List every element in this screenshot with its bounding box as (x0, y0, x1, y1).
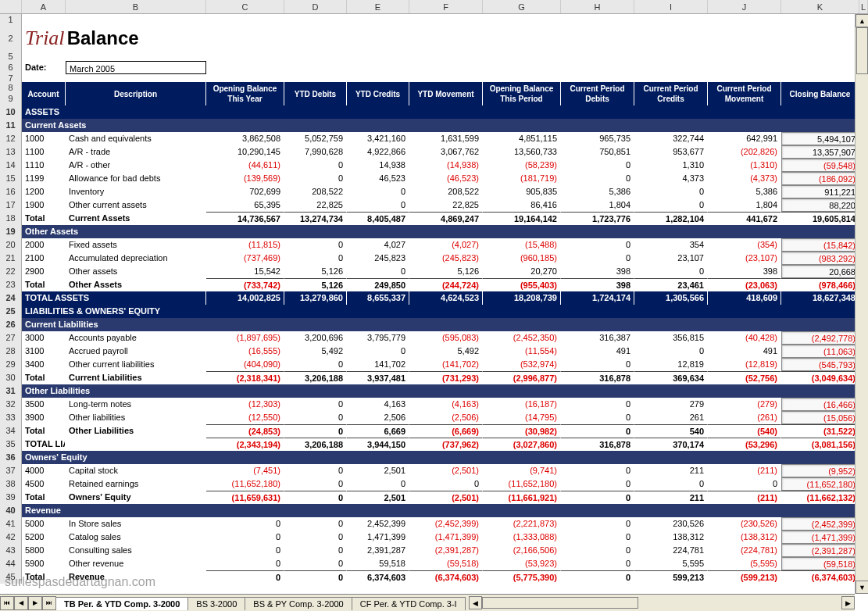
row-header[interactable]: 5 (0, 52, 22, 61)
data-cell[interactable]: 0 (284, 358, 347, 371)
data-cell[interactable]: (279) (708, 398, 781, 411)
data-cell[interactable]: (9,741) (483, 464, 561, 477)
data-cell[interactable]: 356,815 (634, 331, 708, 345)
data-cell[interactable]: 0 (284, 517, 347, 531)
data-cell[interactable]: (14,938) (409, 159, 483, 172)
data-cell[interactable]: (1,310) (708, 159, 781, 172)
account-description[interactable]: Other Assets (66, 278, 206, 291)
data-cell[interactable]: 0 (561, 477, 634, 491)
data-cell[interactable]: 6,374,603 (347, 570, 409, 584)
data-cell[interactable]: 0 (561, 172, 634, 185)
data-cell[interactable]: (11,063) (781, 345, 859, 358)
data-cell[interactable]: (5,775,390) (483, 570, 561, 584)
col-header-A[interactable]: A (22, 0, 66, 13)
data-cell[interactable]: 4,027 (347, 238, 409, 252)
col-header-J[interactable]: J (708, 0, 781, 13)
data-cell[interactable]: (16,555) (206, 345, 284, 358)
data-cell[interactable]: (40,428) (708, 331, 781, 345)
account-number[interactable]: 2100 (22, 252, 66, 265)
data-cell[interactable]: (960,185) (483, 252, 561, 265)
data-cell[interactable]: (12,819) (708, 358, 781, 371)
data-cell[interactable]: (53,296) (708, 438, 781, 451)
row-header[interactable]: 13 (0, 145, 22, 159)
sheet-tab[interactable]: BS & PY Comp. 3-2000 (245, 597, 352, 610)
data-cell[interactable]: 0 (206, 544, 284, 557)
data-cell[interactable]: 750,851 (561, 145, 634, 159)
account-description[interactable]: Accounts payable (66, 331, 206, 345)
data-cell[interactable]: (44,611) (206, 159, 284, 172)
data-cell[interactable]: (2,501) (409, 491, 483, 504)
account-number[interactable]: 5000 (22, 517, 66, 531)
data-cell[interactable]: 0 (634, 185, 708, 198)
data-cell[interactable]: 491 (561, 345, 634, 358)
data-cell[interactable]: (3,049,634) (781, 371, 859, 384)
col-header-I[interactable]: I (634, 0, 708, 13)
data-cell[interactable]: (955,403) (483, 278, 561, 291)
data-cell[interactable]: (2,492,778) (781, 331, 859, 345)
data-cell[interactable]: 0 (347, 265, 409, 278)
data-cell[interactable]: 0 (284, 570, 347, 584)
row-header[interactable]: 7 (0, 74, 22, 82)
data-cell[interactable]: 0 (561, 358, 634, 371)
data-cell[interactable]: 2,501 (347, 491, 409, 504)
data-cell[interactable]: (211) (708, 464, 781, 477)
account-number[interactable]: 5900 (22, 557, 66, 570)
data-cell[interactable]: 1,471,399 (347, 531, 409, 544)
col-header-C[interactable]: C (206, 0, 284, 13)
data-cell[interactable]: 491 (708, 345, 781, 358)
account-number[interactable]: 3900 (22, 411, 66, 424)
account-number[interactable]: Total (22, 212, 66, 225)
data-cell[interactable]: 86,416 (483, 198, 561, 212)
data-cell[interactable]: 398 (561, 278, 634, 291)
scroll-up-icon[interactable]: ▲ (855, 14, 868, 27)
data-cell[interactable]: (139,569) (206, 172, 284, 185)
data-cell[interactable]: 0 (347, 185, 409, 198)
data-cell[interactable]: 0 (561, 411, 634, 424)
data-cell[interactable]: 138,312 (634, 531, 708, 544)
data-cell[interactable]: (230,526) (708, 517, 781, 531)
col-header-F[interactable]: F (409, 0, 483, 13)
data-cell[interactable]: 211 (634, 491, 708, 504)
row-header[interactable]: 27 (0, 331, 22, 345)
account-number[interactable]: 2000 (22, 238, 66, 252)
data-cell[interactable]: (12,303) (206, 398, 284, 411)
data-cell[interactable]: (731,293) (409, 371, 483, 384)
account-description[interactable]: Fixed assets (66, 238, 206, 252)
data-cell[interactable]: 0 (561, 424, 634, 438)
data-cell[interactable]: 2,452,399 (347, 517, 409, 531)
data-cell[interactable]: 642,991 (708, 132, 781, 145)
row-header[interactable]: 29 (0, 358, 22, 371)
data-cell[interactable]: 316,878 (561, 371, 634, 384)
row-header[interactable]: 22 (0, 265, 22, 278)
data-cell[interactable]: 0 (561, 398, 634, 411)
data-cell[interactable]: 14,736,567 (206, 212, 284, 225)
data-cell[interactable]: 4,373 (634, 172, 708, 185)
account-description[interactable]: Capital stock (66, 464, 206, 477)
account-number[interactable]: 2900 (22, 265, 66, 278)
scroll-left-icon[interactable]: ◀ (469, 596, 482, 609)
row-header[interactable]: 26 (0, 318, 22, 331)
row-header[interactable]: 20 (0, 238, 22, 252)
row-header[interactable]: 1 (0, 14, 22, 25)
data-cell[interactable]: 0 (561, 517, 634, 531)
row-header[interactable]: 31 (0, 384, 22, 398)
data-cell[interactable]: 370,174 (634, 438, 708, 451)
data-cell[interactable]: (16,466) (781, 398, 859, 411)
data-cell[interactable]: (58,239) (483, 159, 561, 172)
data-cell[interactable]: 1,804 (708, 198, 781, 212)
data-cell[interactable]: (4,027) (409, 238, 483, 252)
data-cell[interactable]: 905,835 (483, 185, 561, 198)
data-cell[interactable]: (1,897,695) (206, 331, 284, 345)
data-cell[interactable]: 0 (284, 238, 347, 252)
data-cell[interactable]: (141,702) (409, 358, 483, 371)
data-cell[interactable]: (354) (708, 238, 781, 252)
data-cell[interactable]: 0 (561, 570, 634, 584)
data-cell[interactable]: 3,944,150 (347, 438, 409, 451)
tab-nav-last-icon[interactable]: ⏭ (42, 596, 56, 610)
data-cell[interactable]: 418,609 (708, 291, 781, 305)
data-cell[interactable]: 4,624,523 (409, 291, 483, 305)
data-cell[interactable]: (6,374,603) (781, 570, 859, 584)
account-description[interactable]: Current Assets (66, 212, 206, 225)
data-cell[interactable]: (53,923) (483, 557, 561, 570)
row-header[interactable]: 42 (0, 531, 22, 544)
